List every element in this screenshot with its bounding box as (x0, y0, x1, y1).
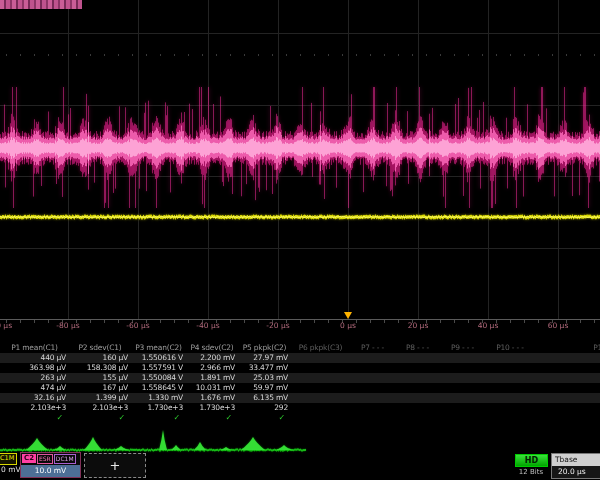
measure-value (485, 393, 535, 403)
trigger-position-marker[interactable] (344, 312, 352, 319)
add-trace-button[interactable]: + (84, 453, 146, 478)
measure-value (291, 363, 350, 373)
status-check-icon: ✓ (238, 413, 291, 423)
measure-col-header[interactable]: P4 sdev(C2) (186, 343, 238, 353)
measure-value (395, 383, 440, 393)
channel2-scale-value: 10.0 mV (21, 465, 80, 477)
measure-value: 1.730e+3 (186, 403, 238, 413)
measure-value: 440 µV (0, 353, 69, 363)
measure-value: 2.200 mV (186, 353, 238, 363)
status-empty-cell (395, 413, 440, 423)
measure-value (535, 403, 600, 413)
channel1-scale-value[interactable]: 0 mV (1, 465, 21, 474)
timebase-descriptor[interactable]: Tbase 20.0 µs (551, 453, 600, 479)
status-empty-cell (485, 413, 535, 423)
measure-col-header[interactable]: P8 - - - (395, 343, 440, 353)
measure-value (535, 383, 600, 393)
measure-col-header[interactable]: P11 (535, 343, 600, 353)
measure-value (535, 353, 600, 363)
measure-value (440, 393, 485, 403)
hd-mode-badge[interactable]: HD (515, 454, 548, 467)
measure-value (440, 373, 485, 383)
measure-col-header[interactable]: P1 mean(C1) (0, 343, 69, 353)
measure-value: 1.330 mV (131, 393, 186, 403)
measure-value: 1.676 mV (186, 393, 238, 403)
measure-value (291, 403, 350, 413)
time-axis-label: 60 µs (548, 321, 569, 330)
measure-col-header[interactable]: P7 - - - (350, 343, 395, 353)
measure-value: 2.103e+3 (0, 403, 69, 413)
clipped-annotation-label (0, 0, 82, 9)
measure-value: 1.550084 V (131, 373, 186, 383)
measure-value: 1.557591 V (131, 363, 186, 373)
measure-col-header[interactable]: P6 pkpk(C3) (291, 343, 350, 353)
status-empty-cell (440, 413, 485, 423)
measure-value: 158.308 µV (69, 363, 131, 373)
status-empty-cell (350, 413, 395, 423)
measure-value: 292 (238, 403, 291, 413)
measure-value: 1.558645 V (131, 383, 186, 393)
measure-value: 1.399 µV (69, 393, 131, 403)
measure-value: 1.891 mV (186, 373, 238, 383)
measure-value (440, 353, 485, 363)
measure-value: 10.031 mV (186, 383, 238, 393)
measure-value (350, 383, 395, 393)
measure-value: 167 µV (69, 383, 131, 393)
measure-table: P1 mean(C1)P2 sdev(C1)P3 mean(C2)P4 sdev… (0, 343, 600, 423)
measure-value: 27.97 mV (238, 353, 291, 363)
measure-value (485, 363, 535, 373)
status-check-icon: ✓ (0, 413, 69, 423)
measure-value (485, 353, 535, 363)
hd-bits-label: 12 Bits (511, 468, 551, 476)
measure-value: 363.98 µV (0, 363, 69, 373)
oscilloscope-screen: -100 µs-80 µs-60 µs-40 µs-20 µs0 µs20 µs… (0, 0, 600, 480)
measure-value: 1.730e+3 (131, 403, 186, 413)
measure-value (350, 393, 395, 403)
status-check-icon: ✓ (69, 413, 131, 423)
channel1-coupling-badge[interactable]: DC1M (0, 453, 17, 465)
measure-col-header[interactable]: P10 - - - (485, 343, 535, 353)
measure-value: 25.03 mV (238, 373, 291, 383)
measure-value: 155 µV (69, 373, 131, 383)
measure-value (440, 363, 485, 373)
measure-value: 474 µV (0, 383, 69, 393)
measure-value (395, 393, 440, 403)
measure-value (291, 393, 350, 403)
coupling-badge: DC1M (54, 454, 76, 464)
time-axis-label: -60 µs (126, 321, 149, 330)
measure-value (291, 353, 350, 363)
time-axis-label: 20 µs (408, 321, 429, 330)
measure-value (291, 373, 350, 383)
measure-value (395, 363, 440, 373)
measure-value: 32.16 µV (0, 393, 69, 403)
timebase-value: 20.0 µs (552, 466, 600, 478)
measure-value: 59.97 mV (238, 383, 291, 393)
measure-value (535, 393, 600, 403)
measure-value (440, 403, 485, 413)
status-check-icon: ✓ (186, 413, 238, 423)
time-axis-label: -100 µs (0, 321, 12, 330)
measure-value: 1.550616 V (131, 353, 186, 363)
time-axis-labels: -100 µs-80 µs-60 µs-40 µs-20 µs0 µs20 µs… (0, 321, 600, 332)
measure-value (485, 383, 535, 393)
measure-value: 160 µV (69, 353, 131, 363)
measure-value (395, 353, 440, 363)
measure-value: 2.103e+3 (69, 403, 131, 413)
measure-col-header[interactable]: P5 pkpk(C2) (238, 343, 291, 353)
channel2-descriptor[interactable]: C2 ESR DC1M 10.0 mV (20, 452, 81, 478)
status-empty-cell (535, 413, 600, 423)
measure-value (440, 383, 485, 393)
measure-col-header[interactable]: P2 sdev(C1) (69, 343, 131, 353)
measure-value (395, 373, 440, 383)
measure-value (350, 403, 395, 413)
measure-value: 33.477 mV (238, 363, 291, 373)
measure-col-header[interactable]: P3 mean(C2) (131, 343, 186, 353)
measure-value: 263 µV (0, 373, 69, 383)
measure-value: 6.135 mV (238, 393, 291, 403)
time-axis-label: 0 µs (340, 321, 356, 330)
time-axis-label: -20 µs (266, 321, 289, 330)
timebase-title: Tbase (552, 454, 600, 466)
status-empty-cell (291, 413, 350, 423)
measure-col-header[interactable]: P9 - - - (440, 343, 485, 353)
measure-value (350, 363, 395, 373)
